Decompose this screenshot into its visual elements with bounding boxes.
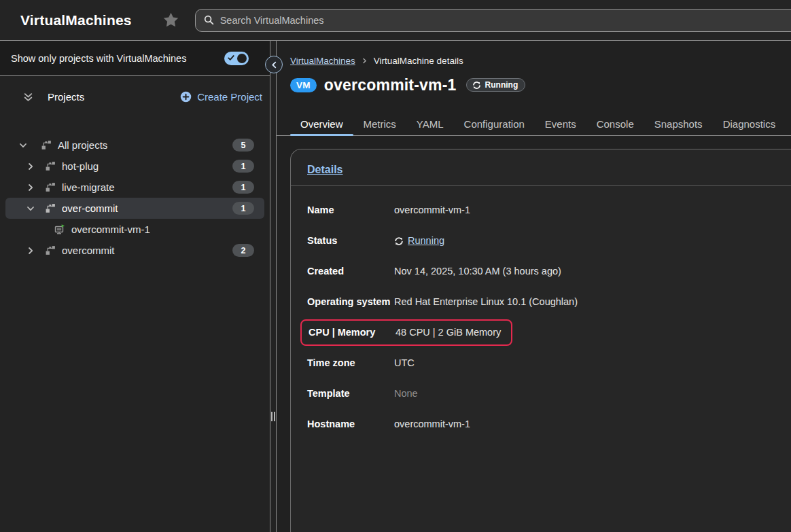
vm-filter-toggle[interactable] [224, 52, 249, 65]
project-icon [45, 160, 56, 172]
detail-row-name: Name overcommit-vm-1 [307, 203, 791, 217]
vm-count-badge: 5 [232, 139, 254, 152]
breadcrumb-current: VirtualMachine details [374, 56, 463, 66]
detail-row-time-zone: Time zone UTC [307, 356, 791, 370]
project-icon [45, 202, 56, 214]
favorite-button[interactable] [162, 11, 180, 29]
details-card-header: Details [291, 149, 791, 186]
star-icon [162, 11, 180, 29]
detail-label: Created [307, 264, 394, 279]
tab-diagnostics[interactable]: Diagnostics [713, 113, 786, 135]
detail-label: Time zone [307, 356, 394, 370]
detail-row-created: Created Nov 14, 2025, 10:30 AM (3 hours … [307, 264, 791, 279]
projects-title: Projects [48, 91, 84, 103]
chevron-down-icon[interactable] [26, 205, 35, 213]
detail-value: Red Hat Enterprise Linux 10.1 (Coughlan) [394, 295, 578, 309]
sidebar-collapse-button[interactable] [265, 56, 283, 73]
project-icon [41, 139, 52, 151]
detail-value: None [394, 387, 418, 401]
check-icon [228, 54, 234, 61]
vm-title-row: VM overcommit-vm-1 Running [290, 75, 791, 95]
detail-value: Running [394, 234, 444, 248]
search-icon [204, 15, 214, 25]
tree-item-label: overcommit-vm-1 [71, 224, 150, 235]
projects-sidebar: Show only projects with VirtualMachines … [0, 41, 270, 532]
vm-count-badge: 1 [232, 202, 254, 215]
vm-running-icon [53, 224, 66, 236]
tab-console[interactable]: Console [586, 113, 644, 135]
cpu-memory-highlight-box: CPU | Memory 48 CPU | 2 GiB Memory [300, 319, 512, 346]
virtualmachines-console: VirtualMachines Show only projects with … [0, 0, 791, 532]
angle-double-down-icon[interactable] [23, 92, 33, 103]
detail-label: Template [307, 387, 394, 401]
tree-item-overcommit[interactable]: overcommit 2 [5, 240, 264, 261]
tab-events[interactable]: Events [535, 113, 586, 135]
detail-label: CPU | Memory [309, 325, 396, 340]
project-icon [45, 245, 56, 256]
projects-header: Projects Create Project [0, 86, 270, 108]
tab-bar: Overview Metrics YAML Configuration Even… [277, 113, 791, 136]
details-card-body: Name overcommit-vm-1 Status Running [291, 186, 791, 431]
resize-grip[interactable] [271, 412, 275, 421]
project-icon [45, 181, 56, 193]
tab-metrics[interactable]: Metrics [353, 113, 406, 135]
detail-label: Status [307, 234, 394, 248]
tab-configuration[interactable]: Configuration [454, 113, 535, 135]
chevron-right-icon[interactable] [26, 162, 35, 171]
search-input[interactable] [220, 15, 791, 26]
tree-item-hot-plug[interactable]: hot-plug 1 [5, 156, 264, 177]
detail-label: Operating system [307, 295, 394, 309]
tree-item-label: overcommit [62, 245, 115, 256]
chevron-right-icon[interactable] [26, 247, 35, 255]
create-project-label: Create Project [197, 91, 262, 103]
plus-circle-icon [180, 91, 192, 103]
chevron-down-icon[interactable] [18, 141, 28, 149]
tree-item-overcommit-vm-1[interactable]: overcommit-vm-1 [5, 219, 264, 240]
tab-yaml[interactable]: YAML [406, 113, 454, 135]
tab-overview[interactable]: Overview [290, 113, 353, 135]
vm-filter-row: Show only projects with VirtualMachines [0, 41, 270, 76]
detail-row-hostname: Hostname overcommit-vm-1 [307, 417, 791, 431]
vm-name-title: overcommit-vm-1 [324, 76, 457, 94]
tree-item-label: All projects [58, 139, 107, 151]
detail-label: Name [307, 203, 394, 217]
breadcrumb-chevron-icon [362, 58, 368, 64]
sidebar-resize-splitter[interactable] [270, 41, 277, 532]
sync-icon [394, 236, 404, 246]
toggle-knob [237, 54, 247, 63]
details-heading-link[interactable]: Details [307, 164, 342, 175]
search-box[interactable] [195, 9, 791, 32]
sync-icon [472, 81, 481, 90]
breadcrumb: VirtualMachines VirtualMachine details [290, 56, 791, 66]
status-running-link[interactable]: Running [408, 234, 444, 248]
detail-value: overcommit-vm-1 [394, 417, 470, 431]
tree-item-label: live-migrate [62, 181, 115, 193]
projects-tree: All projects 5 hot-plug 1 [0, 135, 270, 261]
tree-item-live-migrate[interactable]: live-migrate 1 [5, 177, 264, 198]
vm-count-badge: 1 [232, 160, 254, 173]
main-content: VirtualMachines VirtualMachine details V… [277, 41, 791, 532]
tree-item-all-projects[interactable]: All projects 5 [5, 135, 264, 156]
detail-row-status: Status Running [307, 234, 791, 248]
detail-label: Hostname [307, 417, 394, 431]
vm-status-label: Running [485, 80, 518, 90]
detail-value: Nov 14, 2025, 10:30 AM (3 hours ago) [394, 264, 561, 279]
vm-filter-label: Show only projects with VirtualMachines [11, 53, 186, 64]
masthead: VirtualMachines [0, 0, 791, 41]
body: Show only projects with VirtualMachines … [0, 41, 791, 532]
detail-value: overcommit-vm-1 [394, 203, 470, 217]
chevron-left-icon [270, 61, 278, 69]
detail-value: 48 CPU | 2 GiB Memory [396, 325, 501, 340]
chevron-right-icon[interactable] [26, 183, 35, 192]
page-title: VirtualMachines [20, 12, 132, 29]
vm-status-badge[interactable]: Running [466, 78, 526, 92]
tree-item-over-commit[interactable]: over-commit 1 [5, 198, 264, 219]
breadcrumb-virtualmachines-link[interactable]: VirtualMachines [290, 56, 355, 66]
overview-tab-content: Details Name overcommit-vm-1 Status [277, 136, 791, 532]
detail-row-cpu-memory: CPU | Memory 48 CPU | 2 GiB Memory [309, 325, 501, 340]
tree-item-label: hot-plug [62, 160, 99, 172]
detail-value: UTC [394, 356, 415, 370]
create-project-button[interactable]: Create Project [180, 91, 262, 103]
tab-snapshots[interactable]: Snapshots [644, 113, 713, 135]
detail-row-operating-system: Operating system Red Hat Enterprise Linu… [307, 295, 791, 309]
